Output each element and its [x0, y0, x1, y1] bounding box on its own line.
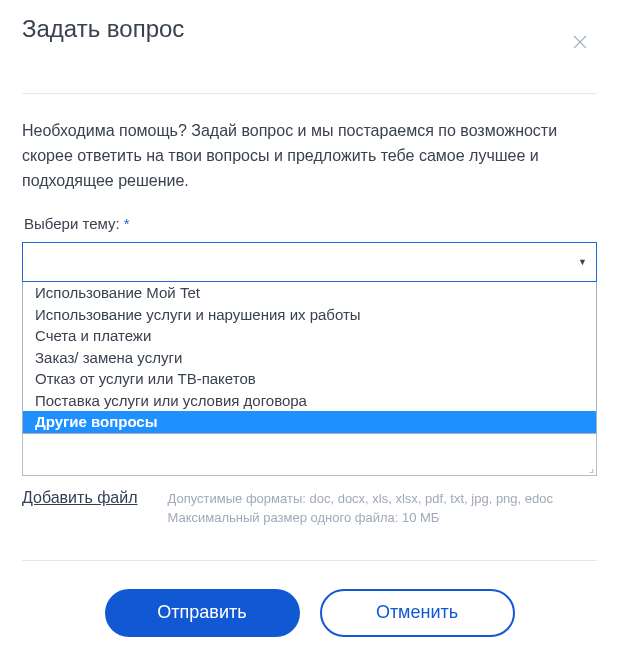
required-marker: *: [124, 215, 130, 232]
topic-option[interactable]: Счета и платежи: [23, 325, 596, 347]
file-size-hint: Максимальный размер одного файла: 10 МБ: [168, 508, 553, 528]
topic-option[interactable]: Поставка услуги или условия договора: [23, 390, 596, 412]
topic-option[interactable]: Отказ от услуги или ТВ-пакетов: [23, 368, 596, 390]
close-icon: [571, 37, 589, 54]
chevron-down-icon: ▼: [578, 257, 587, 267]
modal-title: Задать вопрос: [22, 15, 184, 43]
topic-option[interactable]: Использование услуги и нарушения их рабо…: [23, 304, 596, 326]
add-file-link[interactable]: Добавить файл: [22, 489, 138, 507]
file-hints: Допустимые форматы: doc, docx, xls, xlsx…: [168, 489, 553, 528]
topic-option[interactable]: Заказ/ замена услуги: [23, 347, 596, 369]
file-formats-hint: Допустимые форматы: doc, docx, xls, xlsx…: [168, 489, 553, 509]
message-textarea[interactable]: [22, 434, 597, 476]
topic-label: Выбери тему: *: [22, 215, 597, 232]
topic-option[interactable]: Другие вопросы: [23, 411, 596, 433]
cancel-button[interactable]: Отменить: [320, 589, 515, 637]
topic-select-box[interactable]: [22, 242, 597, 282]
topic-label-text: Выбери тему:: [24, 215, 120, 232]
topic-select[interactable]: ▼: [22, 242, 597, 282]
close-button[interactable]: [563, 25, 597, 63]
help-description: Необходима помощь? Задай вопрос и мы пос…: [22, 119, 597, 193]
topic-option[interactable]: Использование Мой Tet: [23, 282, 596, 304]
topic-dropdown: Использование Мой TetИспользование услуг…: [22, 282, 597, 434]
submit-button[interactable]: Отправить: [105, 589, 300, 637]
